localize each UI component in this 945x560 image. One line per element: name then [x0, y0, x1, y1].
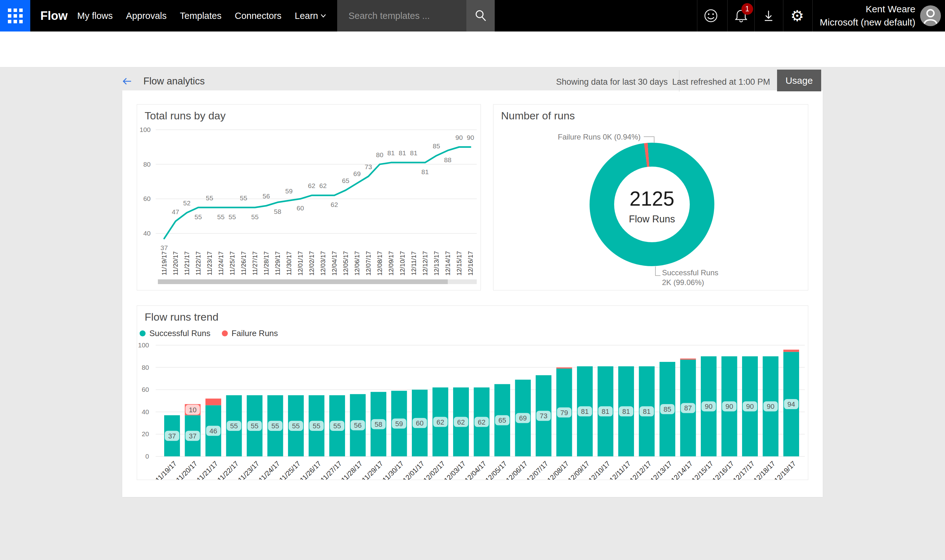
- failure-runs-bar[interactable]: [205, 398, 221, 405]
- number-of-runs-card: Number of runs 2125 Flow Runs Failure Ru…: [493, 104, 808, 291]
- top-bar: Flow My flows Approvals Templates Connec…: [0, 0, 945, 31]
- bar-label: 87: [684, 404, 692, 412]
- x-axis-label: 11/27/17: [319, 460, 343, 480]
- x-axis-label: 11/21/17: [183, 251, 190, 275]
- scrollbar-thumb[interactable]: [158, 279, 448, 284]
- bar-label: 62: [436, 418, 444, 426]
- x-axis-label: 11/30/17: [381, 460, 405, 480]
- data-label: 90: [467, 134, 474, 141]
- bar-label: 62: [478, 418, 485, 426]
- bar-label: 90: [725, 403, 733, 411]
- x-axis-label: 12/07/17: [525, 460, 550, 480]
- x-axis-label: 11/27/17: [251, 251, 258, 275]
- download-button[interactable]: [755, 0, 782, 31]
- top-nav: My flows Approvals Templates Connectors …: [77, 0, 326, 31]
- bar-label: 46: [210, 427, 217, 435]
- x-axis-label: 12/06/17: [353, 251, 361, 275]
- gear-icon: ⚙: [790, 8, 804, 23]
- bar-label: 62: [457, 418, 465, 426]
- success-callout: Successful Runs 2K (99.06%): [662, 268, 718, 287]
- failure-runs-legend-label[interactable]: Failure Runs: [231, 329, 278, 338]
- x-axis-label: 12/03/17: [319, 251, 327, 275]
- chart-title: Number of runs: [501, 109, 575, 122]
- x-axis-label: 11/26/17: [240, 251, 247, 275]
- x-axis-label: 12/05/17: [342, 251, 349, 275]
- x-axis-label: 12/03/17: [442, 460, 467, 480]
- nav-approvals[interactable]: Approvals: [126, 11, 167, 21]
- total-runs-line[interactable]: [164, 147, 470, 239]
- bar-label: 55: [292, 422, 300, 430]
- nav-learn-label: Learn: [294, 11, 318, 21]
- x-axis-label: 12/04/17: [463, 460, 488, 480]
- bar-label: 90: [705, 403, 712, 411]
- nav-learn[interactable]: Learn: [294, 11, 326, 21]
- bar-label: 60: [416, 419, 424, 427]
- bar-label: 79: [560, 409, 568, 417]
- user-name: Kent Weare: [866, 3, 916, 16]
- nav-connectors[interactable]: Connectors: [235, 11, 281, 21]
- x-axis-label: 11/28/17: [263, 251, 270, 275]
- failure-label: 10: [189, 406, 196, 414]
- x-axis-label: 12/07/17: [365, 251, 372, 275]
- x-axis-label: 12/14/17: [444, 251, 451, 275]
- y-axis-tick: 80: [142, 364, 149, 371]
- data-label: 55: [194, 213, 202, 220]
- bar-label: 59: [395, 420, 403, 428]
- smiley-icon: [704, 9, 718, 23]
- bar-label: 55: [271, 422, 279, 430]
- y-axis-tick: 40: [142, 408, 149, 415]
- notifications-button[interactable]: 1: [728, 0, 755, 31]
- analytics-panel: 4060801003747525555555555555658596062626…: [122, 91, 823, 497]
- y-axis-tick: 40: [143, 229, 151, 237]
- data-label: 56: [262, 192, 270, 200]
- x-axis-label: 12/04/17: [331, 251, 338, 275]
- usage-button[interactable]: Usage: [777, 69, 821, 91]
- flow-runs-trend-card: 0204060801003711/19/17371011/20/174611/2…: [137, 306, 808, 480]
- bar-label: 81: [643, 408, 651, 415]
- successful-runs-legend-label[interactable]: Successful Runs: [150, 329, 211, 338]
- feedback-button[interactable]: [697, 0, 725, 31]
- data-label: 88: [444, 156, 451, 163]
- back-button[interactable]: [121, 75, 133, 87]
- settings-button[interactable]: ⚙: [784, 0, 811, 31]
- failure-runs-legend-dot: [222, 331, 228, 336]
- x-axis-label: 12/01/17: [297, 251, 304, 275]
- x-axis-label: 12/08/17: [546, 460, 570, 480]
- data-label: 55: [206, 194, 213, 202]
- search-input[interactable]: [337, 0, 466, 31]
- x-axis-label: 11/24/17: [257, 460, 281, 480]
- user-org: Microsoft (new default): [820, 16, 916, 29]
- failure-runs-bar[interactable]: [557, 368, 572, 369]
- bar-label: 81: [601, 408, 609, 415]
- avatar[interactable]: [920, 5, 941, 26]
- bar-label: 69: [519, 414, 527, 422]
- data-label: 73: [365, 163, 372, 171]
- app-title[interactable]: Flow: [40, 0, 68, 31]
- x-axis-label: 11/24/17: [217, 251, 224, 275]
- x-axis-label: 11/26/17: [298, 460, 323, 480]
- y-axis-tick: 20: [142, 430, 149, 437]
- line-chart: 4060801003747525555555555555658596062626…: [137, 105, 481, 290]
- bar-label: 65: [498, 416, 506, 424]
- x-axis-label: 12/13/17: [433, 251, 440, 275]
- bar-label: 37: [189, 432, 196, 440]
- data-label: 55: [228, 213, 236, 220]
- chart-title: Total runs by day: [145, 109, 226, 122]
- data-label: 47: [172, 208, 179, 215]
- waffle-icon[interactable]: [0, 0, 30, 31]
- x-axis-label: 12/02/17: [308, 251, 315, 275]
- x-axis-label: 12/16/17: [467, 251, 474, 275]
- failure-runs-bar[interactable]: [783, 349, 799, 352]
- x-axis-label: 12/06/17: [504, 460, 529, 480]
- failure-runs-bar[interactable]: [680, 358, 696, 360]
- x-axis-label: 12/10/17: [399, 251, 406, 275]
- nav-my-flows[interactable]: My flows: [77, 11, 113, 21]
- x-axis-label: 11/22/17: [216, 460, 240, 480]
- nav-templates[interactable]: Templates: [180, 11, 222, 21]
- y-axis-tick: 0: [145, 452, 149, 460]
- callout-connector: [654, 136, 654, 143]
- x-axis-label: 11/28/17: [340, 460, 364, 480]
- bar-label: 55: [313, 422, 320, 430]
- search-button[interactable]: [466, 0, 495, 31]
- account-info[interactable]: Kent Weare Microsoft (new default): [820, 0, 916, 31]
